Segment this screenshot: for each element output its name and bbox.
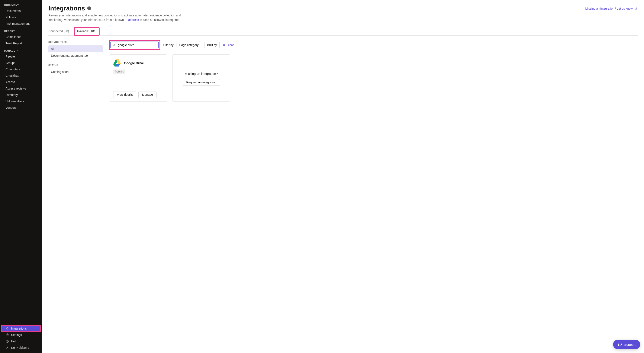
svg-point-0 — [7, 335, 8, 335]
google-drive-icon — [113, 59, 121, 66]
filter-item-coming-soon[interactable]: Coming soon — [48, 68, 103, 75]
sidebar-item-integrations[interactable]: Integrations — [1, 325, 41, 332]
sidebar-item-groups[interactable]: Groups — [1, 60, 41, 66]
external-link-icon — [635, 7, 638, 10]
sidebar-item-label: Access — [6, 80, 15, 84]
sidebar-item-settings[interactable]: Settings — [1, 332, 41, 338]
sidebar-item-access[interactable]: Access — [1, 79, 41, 85]
support-label: Support — [624, 343, 636, 347]
filter-item-document-management-tool[interactable]: Document management tool — [48, 52, 103, 59]
sidebar-item-computers[interactable]: Computers — [1, 66, 41, 72]
sidebar: DOCUMENT ▾ Documents Policies Risk manag… — [0, 0, 42, 353]
filter-heading-status: STATUS — [48, 64, 103, 66]
sidebar-section-label: DOCUMENT — [4, 4, 19, 6]
sidebar-item-vendors[interactable]: Vendors — [1, 104, 41, 111]
tab-connected[interactable]: Connected (30) — [48, 27, 69, 35]
clear-button[interactable]: Clear — [223, 43, 234, 47]
plug-icon — [6, 327, 9, 330]
sidebar-item-label: Groups — [6, 61, 15, 65]
request-integration-button[interactable]: Request an integration — [183, 79, 220, 86]
page-category-dropdown[interactable]: Page category — [176, 42, 201, 48]
search-input[interactable] — [110, 41, 159, 48]
missing-integration-card: Missing an integration? Request an integ… — [172, 54, 230, 102]
sidebar-item-label: Risk management — [6, 22, 30, 25]
sidebar-section-report[interactable]: REPORT ▾ — [0, 28, 42, 34]
integration-badge: Policies — [113, 69, 126, 74]
sidebar-item-risk-management[interactable]: Risk management — [1, 20, 41, 27]
integration-card-google-drive: Google Drive Policies View details Manag… — [109, 54, 167, 102]
sidebar-item-label: Vulnerabilities — [6, 99, 24, 103]
search-wrap — [109, 40, 160, 50]
sidebar-item-people[interactable]: People — [1, 53, 41, 60]
sidebar-item-label: Access reviews — [6, 87, 26, 90]
user-icon — [6, 346, 9, 349]
help-icon — [6, 340, 9, 343]
chevron-down-icon: ▾ — [16, 30, 18, 32]
support-button[interactable]: Support — [613, 340, 640, 349]
manage-button[interactable]: Manage — [138, 91, 156, 98]
missing-integration-label: Missing an integration? Let us know! — [585, 7, 634, 10]
svg-point-4 — [113, 44, 114, 46]
sidebar-section-manage[interactable]: MANAGE ▾ — [0, 48, 42, 53]
sidebar-item-label: No Probllama — [11, 346, 29, 349]
sidebar-item-label: Computers — [6, 67, 20, 71]
missing-integration-prompt: Missing an integration? — [185, 72, 218, 75]
sidebar-item-documents[interactable]: Documents — [1, 8, 41, 14]
close-icon — [223, 44, 226, 46]
ip-address-link[interactable]: IP address — [125, 18, 139, 21]
sidebar-item-trust-report[interactable]: Trust Report — [1, 40, 41, 46]
sidebar-item-label: Inventory — [6, 93, 18, 97]
sidebar-item-help[interactable]: Help — [1, 338, 41, 345]
tab-row: Connected (30) Available (101) — [48, 27, 638, 35]
sidebar-item-label: Vendors — [6, 106, 16, 109]
chevron-down-icon: ▾ — [20, 4, 22, 6]
sidebar-item-label: Integrations — [11, 327, 27, 330]
sidebar-item-label: Policies — [6, 15, 16, 19]
sidebar-item-label: Compliance — [6, 35, 21, 38]
page-subtitle: Review your integrations and enable new … — [48, 13, 194, 22]
sidebar-item-label: Help — [11, 340, 17, 343]
sidebar-item-vulnerabilities[interactable]: Vulnerabilities — [1, 98, 41, 104]
sidebar-item-label: Trust Report — [6, 41, 22, 45]
missing-integration-link[interactable]: Missing an integration? Let us know! — [585, 7, 638, 10]
info-icon[interactable]: i — [87, 6, 91, 10]
gear-icon — [6, 333, 9, 337]
sidebar-item-label: Settings — [11, 333, 22, 337]
tab-available[interactable]: Available (101) — [74, 27, 99, 35]
svg-point-3 — [7, 347, 8, 348]
sidebar-section-document[interactable]: DOCUMENT ▾ — [0, 2, 42, 8]
sidebar-item-access-reviews[interactable]: Access reviews — [1, 85, 41, 92]
built-by-dropdown[interactable]: Built by — [204, 42, 220, 48]
page-title: Integrations — [48, 5, 85, 12]
sidebar-section-label: MANAGE — [4, 49, 16, 52]
integration-card-title: Google Drive — [124, 61, 144, 65]
sidebar-item-inventory[interactable]: Inventory — [1, 92, 41, 98]
sidebar-item-label: Checklists — [6, 74, 19, 77]
filter-heading-service-type: SERVICE TYPE — [48, 41, 103, 43]
sidebar-item-label: People — [6, 55, 15, 58]
view-details-button[interactable]: View details — [113, 91, 136, 98]
sidebar-item-checklists[interactable]: Checklists — [1, 72, 41, 79]
main-content: Integrations i Missing an integration? L… — [42, 0, 644, 353]
sidebar-item-compliance[interactable]: Compliance — [1, 34, 41, 40]
search-icon — [112, 44, 115, 46]
sidebar-item-label: Documents — [6, 9, 21, 12]
chevron-down-icon: ▾ — [17, 50, 18, 52]
sidebar-item-policies[interactable]: Policies — [1, 14, 41, 20]
filter-by-label: Filter by — [163, 43, 174, 47]
sidebar-item-user[interactable]: No Probllama — [1, 345, 41, 351]
sidebar-section-label: REPORT — [4, 30, 15, 32]
filter-item-all[interactable]: All — [48, 45, 103, 52]
chat-icon — [618, 342, 622, 347]
